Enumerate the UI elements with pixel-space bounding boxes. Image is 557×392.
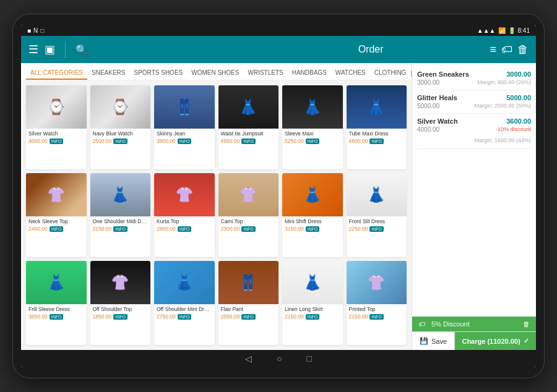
product-card-8[interactable]: 👚Kurta Top2900.00INFO bbox=[154, 173, 215, 257]
product-card-16[interactable]: 👗Linen Long Skirt2150.00INFO bbox=[282, 261, 343, 345]
status-icon-3: □ bbox=[40, 27, 44, 34]
tablet-screen: ■ N □ ▲▲▲ 📶 🔋 8:41 ☰ ▣ 🔍 Order bbox=[21, 25, 536, 367]
product-info-badge-17[interactable]: INFO bbox=[369, 314, 384, 320]
product-name-17: Printed Top bbox=[349, 306, 405, 312]
product-info-badge-4[interactable]: INFO bbox=[306, 138, 320, 144]
product-card-0[interactable]: ⌚Silver Watch4000.00INFO bbox=[26, 85, 87, 169]
product-price-8: 2900.00 bbox=[157, 226, 176, 232]
product-name-6: Neck Sleeve Top bbox=[28, 218, 84, 224]
tab-sneakers[interactable]: SNEAKERS bbox=[87, 67, 129, 80]
product-card-10[interactable]: 👗Mini Shift Dress3150.00INFO bbox=[282, 173, 343, 257]
square-icon[interactable]: ▣ bbox=[45, 43, 55, 56]
tab-watches[interactable]: WATCHES bbox=[331, 67, 370, 80]
product-name-4: Sleeve Maxi bbox=[285, 130, 340, 137]
product-name-15: Flair Pant bbox=[221, 306, 277, 312]
product-card-7[interactable]: 👗One Shoulder Midi Dress3150.00INFO bbox=[90, 173, 151, 257]
product-info-badge-10[interactable]: INFO bbox=[306, 226, 320, 232]
product-card-9[interactable]: 👚Cami Top2300.00INFO bbox=[218, 173, 279, 257]
product-card-12[interactable]: 👗Frill Sleeve Dress3650.00INFO bbox=[26, 261, 87, 345]
menu-icon[interactable]: ☰ bbox=[28, 43, 38, 56]
search-icon[interactable]: 🔍 bbox=[76, 44, 88, 56]
tab-all-categories[interactable]: ALL CATEGORIES bbox=[26, 67, 87, 80]
order-actions: 💾 Save Charge (11020.00) ✓ bbox=[412, 331, 536, 350]
product-card-13[interactable]: 👚Off Shoulder Top1850.00INFO bbox=[90, 261, 151, 345]
tab-women-shoes[interactable]: WOMEN SHOES bbox=[187, 67, 243, 80]
product-price-9: 2300.00 bbox=[221, 226, 240, 232]
product-name-1: Navy Blue Watch bbox=[93, 130, 149, 137]
product-price-0: 4000.00 bbox=[28, 138, 48, 144]
product-info-badge-15[interactable]: INFO bbox=[241, 314, 256, 320]
product-info-badge-5[interactable]: INFO bbox=[369, 138, 384, 144]
product-price-13: 1850.00 bbox=[93, 313, 112, 320]
product-info-badge-3[interactable]: INFO bbox=[241, 138, 256, 144]
product-price-12: 3650.00 bbox=[28, 313, 48, 320]
product-info-badge-11[interactable]: INFO bbox=[369, 226, 384, 232]
status-right: ▲▲▲ 📶 🔋 8:41 bbox=[477, 27, 530, 34]
tab-handbags[interactable]: HANDBAGS bbox=[288, 67, 331, 80]
grid-view-icon[interactable]: ⊞ bbox=[410, 67, 412, 79]
product-price-15: 2550.00 bbox=[221, 313, 240, 320]
product-card-2[interactable]: 👖Skinny Jean3900.00INFO bbox=[154, 85, 215, 169]
back-button[interactable]: ◁ bbox=[245, 354, 252, 364]
item-margin-1: Margin: 800.00 (26%) bbox=[477, 79, 531, 86]
item-price-3: 3600.00 bbox=[506, 117, 531, 125]
discount-tag-icon: 🏷 bbox=[418, 320, 425, 328]
charge-icon: ✓ bbox=[524, 337, 529, 345]
product-info-badge-0[interactable]: INFO bbox=[50, 138, 64, 144]
charge-button[interactable]: Charge (11020.00) ✓ bbox=[455, 332, 536, 350]
item-margin-3: Margin: 1600.00 (44%) bbox=[474, 137, 531, 143]
order-title: Order bbox=[259, 44, 483, 55]
tab-wristlets[interactable]: WRISTLETS bbox=[243, 67, 287, 80]
product-info-badge-9[interactable]: INFO bbox=[241, 226, 256, 232]
product-name-10: Mini Shift Dress bbox=[285, 218, 340, 224]
product-card-4[interactable]: 👗Sleeve Maxi5250.00INFO bbox=[282, 85, 343, 169]
product-card-6[interactable]: 👚Neck Sleeve Top2400.00INFO bbox=[26, 173, 87, 257]
catalog-panel: ALL CATEGORIES SNEAKERS SPORTS SHOES WOM… bbox=[21, 63, 412, 350]
product-info-badge-2[interactable]: INFO bbox=[178, 138, 192, 144]
save-label: Save bbox=[431, 338, 447, 345]
order-item-glitter-heals: Glitter Heals 5000.00 5000.00 Margin: 25… bbox=[417, 90, 531, 114]
product-card-3[interactable]: 👗Waist tie Jumpsuit4950.00INFO bbox=[218, 85, 279, 169]
product-card-11[interactable]: 👗Front Slit Dress2250.00INFO bbox=[347, 173, 407, 257]
product-card-1[interactable]: ⌚Navy Blue Watch2500.00INFO bbox=[90, 85, 151, 169]
product-price-1: 2500.00 bbox=[93, 138, 112, 144]
product-name-16: Linen Long Skirt bbox=[285, 306, 340, 312]
tab-clothing[interactable]: CLOTHING bbox=[370, 67, 411, 80]
product-info-badge-8[interactable]: INFO bbox=[178, 226, 192, 232]
status-icon-2: N bbox=[33, 27, 38, 34]
product-name-2: Skinny Jean bbox=[157, 130, 212, 137]
product-price-2: 3900.00 bbox=[157, 138, 176, 144]
product-card-14[interactable]: 👗Off Shoulder Mini Dress2750.00INFO bbox=[154, 261, 215, 345]
item-subtotal-2: 5000.00 bbox=[417, 103, 439, 109]
tab-sports-shoes[interactable]: SPORTS SHOES bbox=[130, 67, 188, 80]
item-name-3: Silver Watch bbox=[417, 117, 458, 125]
order-item-silver-watch: Silver Watch 3600.00 4000.00 -10% discou… bbox=[417, 114, 531, 149]
tag-icon[interactable]: 🏷 bbox=[501, 43, 512, 56]
product-price-4: 5250.00 bbox=[285, 138, 304, 144]
sort-icon[interactable]: ≡ bbox=[490, 43, 497, 56]
clock: 8:41 bbox=[518, 27, 530, 34]
product-info-badge-1[interactable]: INFO bbox=[113, 138, 127, 144]
product-name-11: Front Slit Dress bbox=[349, 218, 405, 224]
item-name-2: Glitter Heals bbox=[417, 94, 457, 101]
home-button[interactable]: ○ bbox=[277, 354, 282, 364]
product-info-badge-12[interactable]: INFO bbox=[50, 314, 64, 320]
tablet-frame: ■ N □ ▲▲▲ 📶 🔋 8:41 ☰ ▣ 🔍 Order bbox=[12, 14, 545, 378]
discount-delete-icon[interactable]: 🗑 bbox=[523, 320, 530, 328]
product-info-badge-6[interactable]: INFO bbox=[50, 226, 64, 232]
product-card-15[interactable]: 👖Flair Pant2550.00INFO bbox=[218, 261, 279, 345]
product-card-17[interactable]: 👚Printed Top2150.00INFO bbox=[347, 261, 407, 345]
product-info-badge-13[interactable]: INFO bbox=[113, 314, 127, 320]
product-card-5[interactable]: 👗Tube Maxi Dress4600.00INFO bbox=[347, 85, 407, 169]
recents-button[interactable]: □ bbox=[307, 354, 312, 364]
save-button[interactable]: 💾 Save bbox=[412, 332, 455, 350]
main-content: ALL CATEGORIES SNEAKERS SPORTS SHOES WOM… bbox=[21, 63, 536, 350]
product-info-badge-16[interactable]: INFO bbox=[306, 314, 320, 320]
product-name-0: Silver Watch bbox=[28, 130, 84, 137]
product-info-badge-14[interactable]: INFO bbox=[178, 314, 192, 320]
product-name-9: Cami Top bbox=[221, 218, 277, 224]
product-price-11: 2250.00 bbox=[349, 226, 368, 232]
item-margin-2: Margin: 2500.00 (50%) bbox=[474, 103, 531, 109]
product-info-badge-7[interactable]: INFO bbox=[113, 226, 127, 232]
trash-icon[interactable]: 🗑 bbox=[517, 43, 529, 56]
